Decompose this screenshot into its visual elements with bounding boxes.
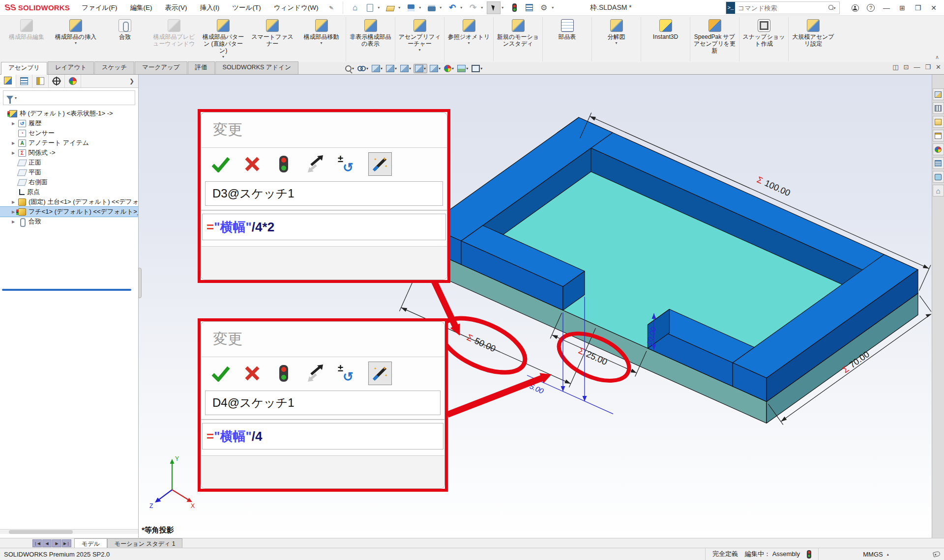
- settings-button[interactable]: ⚙: [537, 1, 551, 14]
- menu-item[interactable]: 編集(E): [125, 1, 157, 15]
- viewport-toolbar-button[interactable]: ▾: [399, 64, 412, 73]
- chevron-down-icon[interactable]: ▾: [378, 5, 383, 10]
- tree-item[interactable]: (固定) 土台<1> (デフォルト) <<デフォ: [0, 197, 138, 207]
- first-tab-button[interactable]: ❘◀: [32, 539, 42, 547]
- tree-item[interactable]: 合致: [0, 217, 138, 226]
- dim-width-label[interactable]: Σ100.00: [755, 174, 792, 198]
- dimension-name-field[interactable]: D4@スケッチ1: [205, 391, 441, 415]
- ribbon-button[interactable]: 部品表 ▾: [543, 17, 592, 61]
- print-button[interactable]: [425, 1, 439, 14]
- ok-button[interactable]: [211, 364, 231, 383]
- chevron-down-icon[interactable]: ▾: [833, 6, 837, 10]
- tab-property-manager[interactable]: [16, 75, 32, 87]
- tree-item[interactable]: センサー: [0, 128, 138, 138]
- chevron-down-icon[interactable]: ▾: [440, 5, 444, 10]
- home-button[interactable]: ⌂: [348, 1, 362, 14]
- save-button[interactable]: [404, 1, 418, 14]
- new-document-button[interactable]: [363, 1, 377, 14]
- ribbon-collapse-icon[interactable]: ∧: [935, 54, 939, 558]
- ribbon-button[interactable]: Instant3D ▾: [641, 17, 690, 61]
- menu-item[interactable]: ファイル(F): [77, 1, 122, 15]
- ribbon-button[interactable]: 構成部品移動 ▾: [297, 17, 346, 61]
- viewport-toolbar-button[interactable]: ▾: [356, 64, 369, 73]
- ribbon-tab[interactable]: 評価: [188, 61, 215, 74]
- ribbon-tab[interactable]: マークアップ: [135, 61, 187, 74]
- cancel-button[interactable]: [242, 364, 262, 383]
- graphics-viewport[interactable]: Σ100.00 Σ70.00 Σ50.00: [139, 75, 932, 538]
- ribbon-tab[interactable]: スケッチ: [94, 61, 134, 74]
- next-tab-button[interactable]: ▶: [52, 539, 61, 547]
- ribbon-button[interactable]: 分解図 ▾: [592, 17, 641, 61]
- ribbon-tab[interactable]: アセンブリ: [1, 62, 47, 75]
- chevron-down-icon[interactable]: ▾: [552, 5, 557, 10]
- chevron-down-icon[interactable]: ▾: [419, 5, 424, 10]
- tree-expand-arrow[interactable]: [12, 151, 18, 155]
- ribbon-button[interactable]: SpeedPak サブアセンブリを更新 ▾: [690, 17, 739, 61]
- ribbon-button[interactable]: スナップショット作成 ▾: [739, 17, 789, 61]
- ribbon-button[interactable]: 構成部品の挿入 ▾: [51, 17, 100, 61]
- tree-item[interactable]: 枠 (デフォルト) <表示状態-1> ->: [0, 109, 138, 118]
- rollback-bar[interactable]: [2, 289, 131, 291]
- dim-50-label[interactable]: Σ50.00: [465, 332, 497, 354]
- tree-horizontal-scrollbar[interactable]: [0, 529, 138, 534]
- panel-tabs-overflow[interactable]: ❯: [125, 75, 138, 87]
- ribbon-button[interactable]: 合致 ▾: [100, 17, 149, 61]
- equation-wand-button[interactable]: ✦✦✦: [368, 152, 392, 176]
- viewport-toolbar-button[interactable]: ▾: [344, 65, 355, 72]
- chevron-down-icon[interactable]: ▾: [460, 5, 465, 10]
- resize-arrows-button[interactable]: [305, 154, 325, 174]
- equation-field[interactable]: ="横幅"/4*2: [202, 214, 446, 240]
- panel-splitter-handle[interactable]: [138, 268, 142, 298]
- resize-arrows-button[interactable]: [305, 364, 325, 383]
- tree-item[interactable]: アノテート アイテム: [0, 138, 138, 148]
- ribbon-tab[interactable]: SOLIDWORKS アドイン: [215, 61, 298, 74]
- equation-field[interactable]: ="横幅"/4: [202, 423, 443, 449]
- doc-close-icon[interactable]: ✕: [936, 63, 941, 71]
- ribbon-button[interactable]: 構成部品パターン (直線パターン) ▾: [199, 17, 248, 61]
- last-tab-button[interactable]: ▶❘: [62, 539, 71, 547]
- tree-item[interactable]: 正面: [0, 158, 138, 168]
- tree-item[interactable]: 履歴: [0, 118, 138, 128]
- tab-configuration-manager[interactable]: [32, 75, 49, 87]
- tree-item[interactable]: 原点: [0, 187, 138, 197]
- tab-display-manager[interactable]: [65, 75, 81, 87]
- menu-item[interactable]: ウィンドウ(W): [269, 1, 324, 15]
- restore-button[interactable]: ⊞: [895, 1, 910, 15]
- viewport-toolbar-button[interactable]: ▾: [371, 64, 384, 73]
- units-selector[interactable]: MMGS ▴: [818, 548, 926, 560]
- spin-increment-button[interactable]: ±↺: [337, 364, 356, 383]
- spin-increment-button[interactable]: ±↺: [337, 154, 356, 174]
- viewport-toolbar-button[interactable]: ▾: [456, 64, 469, 73]
- menu-item[interactable]: 表示(V): [160, 1, 192, 15]
- ribbon-tab[interactable]: レイアウト: [48, 61, 94, 74]
- pane-right-icon[interactable]: ⊡: [904, 63, 909, 71]
- ribbon-button[interactable]: 非表示構成部品の表示 ▾: [346, 17, 395, 61]
- prev-tab-button[interactable]: ◀: [42, 539, 52, 547]
- tree-expand-arrow[interactable]: [12, 121, 18, 126]
- tree-item[interactable]: フチ<1> (デフォルト) <<デフォルト>_表示: [0, 207, 138, 217]
- tree-item[interactable]: 右側面: [0, 177, 138, 187]
- tree-filter[interactable]: ▾: [3, 90, 135, 105]
- cancel-button[interactable]: [242, 154, 262, 174]
- dimension-name-field[interactable]: D3@スケッチ1: [205, 181, 443, 206]
- ok-button[interactable]: [211, 154, 231, 174]
- tag-icon[interactable]: [933, 551, 941, 557]
- rebuild-button[interactable]: [274, 364, 294, 383]
- redo-button[interactable]: ↷: [466, 1, 480, 14]
- ribbon-button[interactable]: 参照ジオメトリ ▾: [444, 17, 494, 61]
- select-tool-button[interactable]: [487, 1, 501, 14]
- menu-item[interactable]: ツール(T): [227, 1, 266, 15]
- ribbon-button[interactable]: 新規のモーションスタディ ▾: [494, 17, 543, 61]
- rebuild-button[interactable]: [507, 1, 521, 14]
- doc-minimize-icon[interactable]: —: [914, 63, 920, 71]
- pane-left-icon[interactable]: ◫: [892, 63, 898, 71]
- command-search[interactable]: >_ ▾: [726, 1, 840, 14]
- user-account-button[interactable]: [848, 1, 862, 15]
- viewport-toolbar-button[interactable]: ▾: [429, 64, 442, 73]
- doc-restore-icon[interactable]: ❒: [925, 63, 931, 71]
- viewport-toolbar-button[interactable]: ▾: [443, 64, 455, 73]
- viewport-toolbar-button[interactable]: ▾: [385, 64, 398, 73]
- tab-model[interactable]: モデル: [74, 538, 107, 548]
- tree-expand-arrow[interactable]: [12, 200, 18, 204]
- chevron-down-icon[interactable]: ▾: [398, 5, 403, 10]
